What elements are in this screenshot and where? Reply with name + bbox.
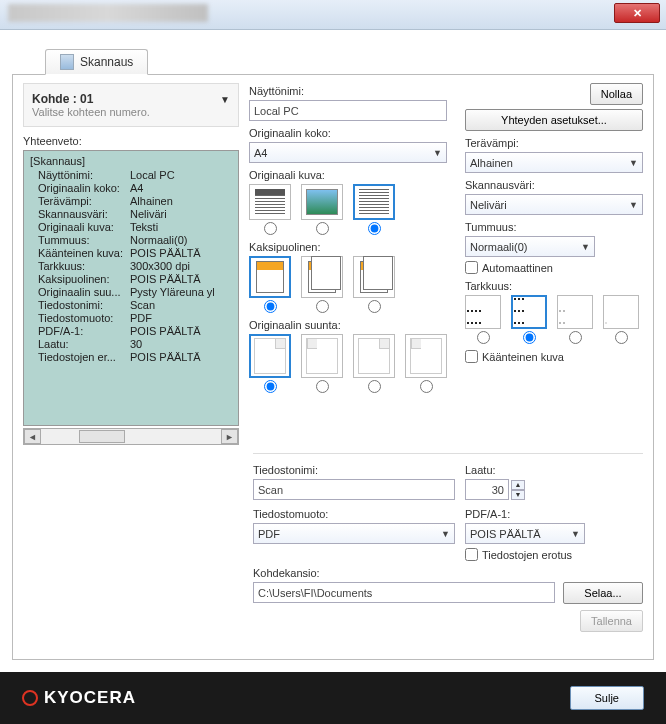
color-value: Neliväri [470, 199, 507, 211]
summary-val: Alhainen [130, 195, 232, 207]
footer-close-button[interactable]: Sulje [570, 686, 644, 710]
sharp-value: Alhainen [470, 157, 513, 169]
density-value: Normaali(0) [470, 241, 527, 253]
orient-2[interactable] [301, 334, 343, 378]
scroll-left-icon[interactable]: ◄ [24, 429, 41, 444]
duplex-radio-3[interactable] [368, 300, 381, 313]
displayname-input[interactable] [249, 100, 447, 121]
duplex-radio-1[interactable] [264, 300, 277, 313]
res-1[interactable] [465, 295, 501, 329]
chevron-down-icon: ▼ [629, 200, 638, 210]
duplex-short[interactable] [353, 256, 395, 298]
connection-settings-button[interactable]: Yhteyden asetukset... [465, 109, 643, 131]
sharp-select[interactable]: Alhainen ▼ [465, 152, 643, 173]
color-label: Skannausväri: [465, 179, 643, 191]
origimage-textphoto[interactable] [249, 184, 291, 220]
origimage-radio-1[interactable] [264, 222, 277, 235]
pdfa-select[interactable]: POIS PÄÄLTÄ ▼ [465, 523, 585, 544]
filename-label: Tiedostonimi: [253, 464, 455, 476]
summary-val: POIS PÄÄLTÄ [130, 273, 232, 285]
summary-row: Skannausväri:Neliväri [30, 208, 232, 220]
summary-key: Käänteinen kuva: [30, 247, 130, 259]
res-2[interactable] [511, 295, 547, 329]
summary-val: POIS PÄÄLTÄ [130, 351, 232, 363]
summary-key: Originaalin koko: [30, 182, 130, 194]
summary-hscroll[interactable]: ◄ ► [23, 428, 239, 445]
res-radio-2[interactable] [523, 331, 536, 344]
summary-row: Näyttönimi:Local PC [30, 169, 232, 181]
summary-row: Originaali kuva:Teksti [30, 221, 232, 233]
density-select[interactable]: Normaali(0) ▼ [465, 236, 595, 257]
folder-input[interactable] [253, 582, 555, 603]
fileformat-select[interactable]: PDF ▼ [253, 523, 455, 544]
target-hint: Valitse kohteen numero. [32, 106, 230, 118]
summary-row: Tummuus:Normaali(0) [30, 234, 232, 246]
tab-label: Skannaus [80, 55, 133, 69]
duplex-off[interactable] [249, 256, 291, 298]
window-close-button[interactable]: ✕ [614, 3, 660, 23]
origimage-radio-3[interactable] [368, 222, 381, 235]
scroll-right-icon[interactable]: ► [221, 429, 238, 444]
browse-button[interactable]: Selaa... [563, 582, 643, 604]
duplex-label: Kaksipuolinen: [249, 241, 447, 253]
fileformat-value: PDF [258, 528, 280, 540]
scan-icon [60, 54, 74, 70]
scroll-thumb[interactable] [79, 430, 125, 443]
tab-scan[interactable]: Skannaus [45, 49, 148, 75]
save-button[interactable]: Tallenna [580, 610, 643, 632]
summary-val: Normaali(0) [130, 234, 232, 246]
orient-1[interactable] [249, 334, 291, 378]
summary-row: PDF/A-1:POIS PÄÄLTÄ [30, 325, 232, 337]
summary-val: Pysty Yläreuna yl [130, 286, 232, 298]
res-4[interactable] [603, 295, 639, 329]
res-radio-3[interactable] [569, 331, 582, 344]
density-auto-label: Automaattinen [482, 262, 553, 274]
origimage-photo[interactable] [301, 184, 343, 220]
origimage-radio-2[interactable] [316, 222, 329, 235]
duplex-radio-2[interactable] [316, 300, 329, 313]
summary-row: Kaksipuolinen:POIS PÄÄLTÄ [30, 273, 232, 285]
target-label: Kohde : [32, 92, 77, 106]
chevron-down-icon: ▼ [581, 242, 590, 252]
pdfa-value: POIS PÄÄLTÄ [470, 528, 541, 540]
sharp-label: Terävämpi: [465, 137, 643, 149]
folder-label: Kohdekansio: [253, 567, 643, 579]
quality-down[interactable]: ▼ [511, 490, 525, 500]
brand-text: KYOCERA [44, 688, 136, 708]
res-3[interactable] [557, 295, 593, 329]
summary-label: Yhteenveto: [23, 135, 239, 147]
origsize-select[interactable]: A4 ▼ [249, 142, 447, 163]
orient-radio-1[interactable] [264, 380, 277, 393]
orient-radio-3[interactable] [368, 380, 381, 393]
origimage-text[interactable] [353, 184, 395, 220]
summary-header: [Skannaus] [30, 155, 232, 167]
content-frame: Skannaus Kohde : 01 ▼ Valitse kohteen nu… [12, 74, 654, 660]
filename-input[interactable] [253, 479, 455, 500]
summary-key: Tiedostonimi: [30, 299, 130, 311]
origsize-value: A4 [254, 147, 267, 159]
duplex-long[interactable] [301, 256, 343, 298]
orient-radio-2[interactable] [316, 380, 329, 393]
invert-checkbox[interactable] [465, 350, 478, 363]
res-radio-1[interactable] [477, 331, 490, 344]
orient-4[interactable] [405, 334, 447, 378]
res-radio-4[interactable] [615, 331, 628, 344]
reset-button[interactable]: Nollaa [590, 83, 643, 105]
orient-3[interactable] [353, 334, 395, 378]
density-auto-checkbox[interactable] [465, 261, 478, 274]
origsize-label: Originaalin koko: [249, 127, 447, 139]
filesep-checkbox[interactable] [465, 548, 478, 561]
target-selector[interactable]: Kohde : 01 ▼ Valitse kohteen numero. [23, 83, 239, 127]
resolution-label: Tarkkuus: [465, 280, 643, 292]
quality-up[interactable]: ▲ [511, 480, 525, 490]
orient-radio-4[interactable] [420, 380, 433, 393]
summary-key: PDF/A-1: [30, 325, 130, 337]
brand-icon [22, 690, 38, 706]
chevron-down-icon: ▼ [433, 148, 442, 158]
summary-key: Tummuus: [30, 234, 130, 246]
chevron-down-icon: ▼ [441, 529, 450, 539]
color-select[interactable]: Neliväri ▼ [465, 194, 643, 215]
quality-input[interactable] [465, 479, 509, 500]
summary-row: Laatu:30 [30, 338, 232, 350]
summary-key: Originaalin suu... [30, 286, 130, 298]
